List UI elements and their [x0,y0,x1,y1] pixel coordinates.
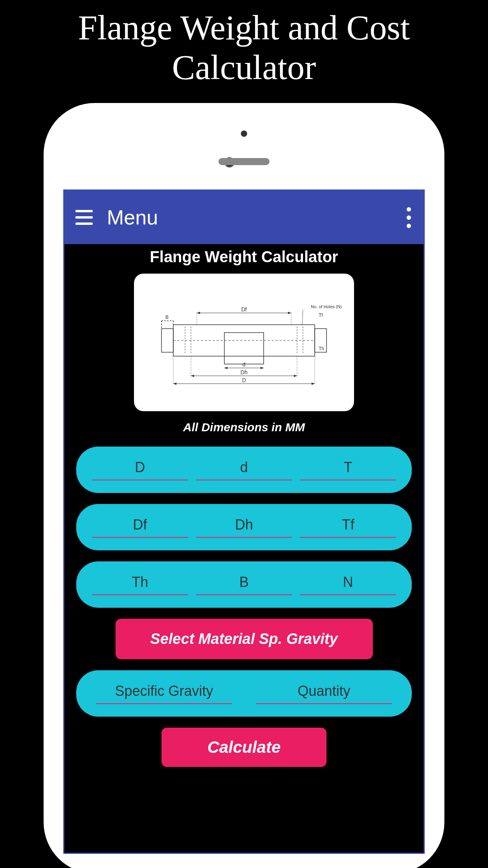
input-row-3: Th B N [76,561,412,608]
flange-schematic-svg: Df d Dh [146,297,342,395]
svg-text:Tf: Tf [319,313,323,318]
app-bar-title: Menu [107,206,158,229]
svg-text:Dh: Dh [240,369,248,375]
content-area: Flange Weight Calculator [64,244,424,775]
svg-rect-1 [161,329,173,352]
input-d-lower[interactable]: d [196,459,292,480]
kebab-menu-icon[interactable] [407,207,411,228]
input-df[interactable]: Df [92,517,188,538]
svg-marker-14 [288,312,291,314]
svg-rect-6 [224,333,264,364]
page-title: Flange Weight Calculator [76,248,412,266]
svg-text:No. of Holes (N): No. of Holes (N) [311,304,342,309]
svg-marker-24 [294,375,297,377]
phone-speaker [218,158,270,165]
svg-marker-20 [261,367,264,369]
svg-line-38 [302,310,303,326]
flange-diagram: Df d Dh [134,274,354,411]
calculate-button[interactable]: Calculate [161,728,327,767]
input-th[interactable]: Th [92,574,188,595]
svg-marker-19 [224,367,227,369]
svg-text:D: D [242,377,246,383]
svg-text:B: B [165,314,169,320]
svg-marker-13 [197,312,200,314]
input-t-upper[interactable]: T [300,459,396,480]
input-b[interactable]: B [196,574,292,595]
input-dh[interactable]: Dh [196,517,292,538]
hamburger-menu-icon[interactable] [75,210,93,225]
dimensions-note: All Dimensions in MM [76,421,412,434]
input-row-2: Df Dh Tf [76,504,412,550]
svg-marker-23 [191,375,194,377]
app-screen: Menu Flange Weight Calculator [63,189,425,854]
promo-title: Flange Weight and Cost Calculator [0,0,488,95]
svg-text:Df: Df [241,306,247,313]
svg-marker-30 [312,383,315,385]
phone-frame: Menu Flange Weight Calculator [44,103,444,868]
input-row-4: Specific Gravity Quantity [76,670,412,717]
svg-marker-29 [173,383,176,385]
input-n[interactable]: N [300,574,396,595]
svg-text:Th: Th [319,346,324,351]
phone-sensor [241,131,247,137]
input-specific-gravity[interactable]: Specific Gravity [96,683,232,704]
input-row-1: D d T [76,447,412,493]
input-quantity[interactable]: Quantity [256,683,392,704]
app-bar: Menu [64,191,424,244]
input-d-upper[interactable]: D [92,459,188,480]
input-tf[interactable]: Tf [300,517,396,538]
svg-text:d: d [242,361,246,368]
select-material-button[interactable]: Select Material Sp. Gravity [116,619,373,659]
